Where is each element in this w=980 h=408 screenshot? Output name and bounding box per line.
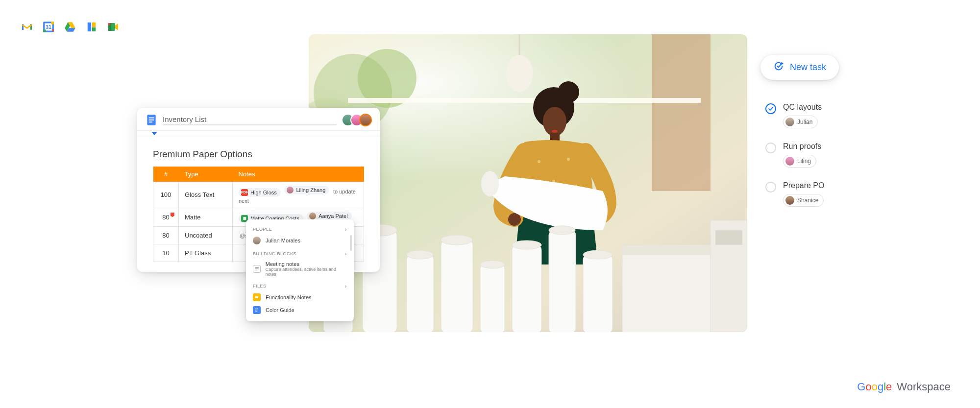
avatar-icon bbox=[309, 213, 316, 219]
gmail-icon bbox=[20, 20, 34, 34]
task-checkbox[interactable] bbox=[765, 103, 776, 114]
flag-icon: 80 bbox=[162, 214, 169, 221]
avatar-icon bbox=[785, 118, 794, 126]
svg-rect-6 bbox=[92, 23, 96, 27]
task-checkbox[interactable] bbox=[765, 143, 776, 153]
person-chip[interactable]: Aanya Patel bbox=[307, 212, 351, 220]
meet-icon bbox=[106, 20, 121, 34]
task-assignee-chip[interactable]: Julian bbox=[783, 116, 818, 128]
table-row: 100 Gloss Text PDF High Gloss Liling Zha… bbox=[153, 182, 364, 208]
cell-type[interactable]: Gloss Text bbox=[179, 182, 233, 208]
col-qty: # bbox=[153, 167, 179, 182]
svg-point-30 bbox=[508, 213, 521, 226]
svg-rect-58 bbox=[149, 121, 153, 122]
new-task-button[interactable]: New task bbox=[760, 55, 839, 80]
pdf-icon: PDF bbox=[241, 189, 248, 196]
task-item[interactable]: QC layouts Julian bbox=[765, 103, 824, 128]
ruler bbox=[137, 130, 380, 137]
svg-rect-7 bbox=[92, 27, 96, 31]
slides-icon bbox=[253, 293, 261, 301]
docs-editors-icon bbox=[84, 20, 99, 34]
svg-point-45 bbox=[512, 240, 541, 249]
cell-qty[interactable]: 10 bbox=[153, 244, 179, 262]
cell-qty[interactable]: 100 bbox=[153, 182, 179, 208]
drive-icon bbox=[63, 20, 77, 34]
svg-rect-10 bbox=[108, 23, 110, 25]
svg-rect-3 bbox=[43, 29, 46, 32]
svg-point-18 bbox=[506, 55, 533, 92]
cell-type[interactable]: Uncoated bbox=[179, 226, 233, 244]
docs-app-icon bbox=[145, 114, 158, 126]
task-title: Run proofs bbox=[783, 142, 821, 151]
workspace-wordmark: Workspace bbox=[897, 381, 951, 393]
task-assignee-chip[interactable]: Shanice bbox=[783, 194, 824, 207]
task-item[interactable]: Run proofs Liling bbox=[765, 142, 824, 168]
svg-point-26 bbox=[567, 158, 570, 161]
svg-rect-4 bbox=[51, 22, 53, 24]
col-notes: Notes bbox=[233, 167, 364, 182]
dd-person-item[interactable]: Julian Morales bbox=[246, 234, 354, 247]
avatar-icon bbox=[253, 237, 261, 244]
svg-rect-40 bbox=[441, 240, 473, 332]
add-task-icon bbox=[773, 61, 784, 74]
svg-rect-64 bbox=[255, 310, 258, 310]
cell-notes[interactable]: PDF High Gloss Liling Zhang to update ne… bbox=[233, 182, 364, 208]
person-chip[interactable]: Liling Zhang bbox=[284, 186, 329, 194]
calendar-icon: 31 bbox=[41, 20, 56, 34]
svg-rect-38 bbox=[407, 255, 434, 332]
avatar-icon bbox=[287, 187, 294, 193]
svg-rect-5 bbox=[88, 23, 91, 31]
dd-section-files: FILES › bbox=[246, 279, 354, 291]
svg-point-41 bbox=[441, 235, 472, 245]
svg-point-21 bbox=[558, 81, 579, 103]
docs-icon bbox=[253, 306, 261, 314]
chevron-right-icon[interactable]: › bbox=[345, 251, 347, 257]
svg-rect-57 bbox=[149, 120, 154, 120]
avatar-icon bbox=[785, 196, 794, 205]
svg-rect-48 bbox=[583, 255, 612, 332]
cell-type[interactable]: PT Glass bbox=[179, 244, 233, 262]
dd-block-item[interactable]: Meeting notes Capture attendees, active … bbox=[246, 259, 354, 279]
pdf-chip[interactable]: PDF High Gloss bbox=[239, 188, 281, 197]
svg-rect-19 bbox=[348, 98, 701, 103]
svg-rect-50 bbox=[622, 245, 710, 332]
docs-title[interactable]: Inventory List bbox=[163, 115, 337, 125]
chevron-right-icon[interactable]: › bbox=[345, 226, 347, 232]
svg-rect-56 bbox=[149, 118, 154, 119]
svg-point-43 bbox=[480, 261, 505, 268]
dd-section-people: PEOPLE › bbox=[246, 222, 354, 234]
cell-qty[interactable]: 80 bbox=[153, 208, 179, 226]
svg-text:31: 31 bbox=[46, 24, 51, 30]
svg-rect-46 bbox=[549, 230, 576, 332]
dd-file-item[interactable]: Functionality Notes bbox=[246, 291, 354, 304]
svg-point-49 bbox=[583, 250, 612, 259]
tasks-list: QC layouts Julian Run proofs Liling Prep… bbox=[765, 103, 824, 207]
doc-heading: Premium Paper Options bbox=[153, 149, 364, 160]
col-type: Type bbox=[179, 167, 233, 182]
google-wordmark: Google bbox=[857, 381, 892, 393]
avatar[interactable] bbox=[359, 114, 372, 126]
notes-icon bbox=[253, 265, 261, 273]
svg-point-39 bbox=[407, 250, 433, 259]
svg-rect-44 bbox=[512, 245, 541, 332]
svg-point-25 bbox=[538, 160, 540, 163]
collaborator-avatars bbox=[342, 114, 372, 126]
svg-rect-53 bbox=[715, 230, 742, 245]
dd-file-item[interactable]: Color Guide bbox=[246, 304, 354, 316]
smart-chip-dropdown[interactable]: PEOPLE › Julian Morales BUILDING BLOCKS … bbox=[246, 219, 354, 321]
dd-section-blocks: BUILDING BLOCKS › bbox=[246, 247, 354, 259]
scrollbar[interactable] bbox=[350, 235, 352, 251]
chevron-right-icon[interactable]: › bbox=[345, 283, 347, 289]
cell-type[interactable]: Matte bbox=[179, 208, 233, 226]
task-item[interactable]: Prepare PO Shanice bbox=[765, 181, 824, 207]
svg-rect-51 bbox=[622, 245, 710, 255]
google-workspace-logo: Google Workspace bbox=[857, 381, 951, 393]
cell-qty[interactable]: 80 bbox=[153, 226, 179, 244]
svg-rect-65 bbox=[255, 311, 257, 312]
task-title: Prepare PO bbox=[783, 181, 824, 190]
task-checkbox[interactable] bbox=[765, 182, 776, 192]
svg-rect-62 bbox=[255, 296, 258, 298]
docs-header: Inventory List bbox=[137, 108, 380, 130]
avatar-icon bbox=[785, 157, 794, 166]
task-assignee-chip[interactable]: Liling bbox=[783, 155, 816, 168]
